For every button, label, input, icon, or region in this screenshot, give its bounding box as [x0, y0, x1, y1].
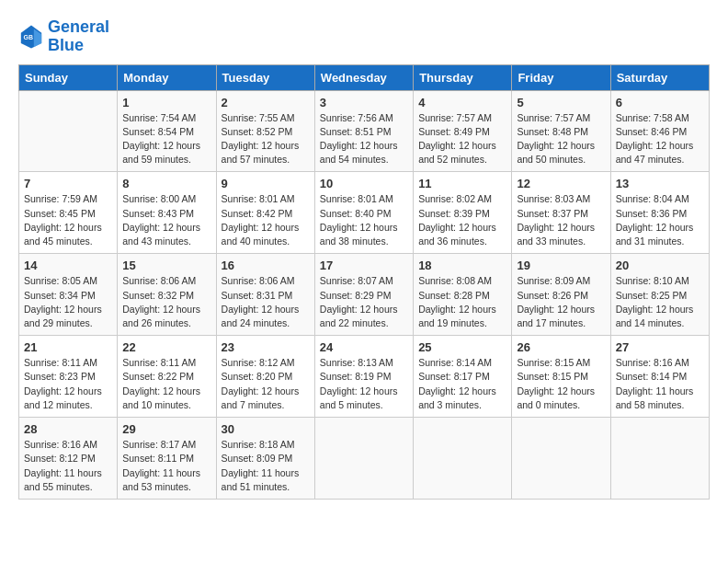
- day-detail: Sunrise: 8:14 AM Sunset: 8:17 PM Dayligh…: [418, 356, 506, 412]
- day-number: 23: [222, 340, 310, 354]
- day-detail: Sunrise: 8:09 AM Sunset: 8:26 PM Dayligh…: [517, 274, 605, 330]
- calendar-cell: 8Sunrise: 8:00 AM Sunset: 8:43 PM Daylig…: [118, 172, 216, 254]
- day-detail: Sunrise: 7:55 AM Sunset: 8:52 PM Dayligh…: [222, 111, 310, 167]
- calendar-cell: [19, 90, 118, 172]
- day-number: 26: [517, 340, 605, 354]
- day-detail: Sunrise: 8:11 AM Sunset: 8:23 PM Dayligh…: [24, 356, 112, 412]
- logo: GB General Blue: [18, 18, 109, 55]
- day-number: 22: [122, 340, 210, 354]
- calendar-cell: 20Sunrise: 8:10 AM Sunset: 8:25 PM Dayli…: [610, 254, 709, 336]
- day-detail: Sunrise: 8:01 AM Sunset: 8:42 PM Dayligh…: [222, 192, 310, 248]
- svg-marker-1: [34, 29, 41, 47]
- day-number: 8: [122, 177, 210, 190]
- day-number: 16: [222, 259, 310, 272]
- calendar-cell: 1Sunrise: 7:54 AM Sunset: 8:54 PM Daylig…: [118, 90, 216, 172]
- calendar-week-row: 14Sunrise: 8:05 AM Sunset: 8:34 PM Dayli…: [19, 254, 710, 336]
- weekday-header: Tuesday: [216, 64, 314, 90]
- day-number: 19: [517, 259, 605, 272]
- calendar-cell: 12Sunrise: 8:03 AM Sunset: 8:37 PM Dayli…: [512, 172, 610, 254]
- day-number: 1: [122, 96, 210, 109]
- day-detail: Sunrise: 7:56 AM Sunset: 8:51 PM Dayligh…: [320, 111, 408, 167]
- day-number: 24: [320, 340, 408, 354]
- day-detail: Sunrise: 8:18 AM Sunset: 8:09 PM Dayligh…: [222, 438, 310, 494]
- day-number: 29: [122, 422, 210, 436]
- day-detail: Sunrise: 8:05 AM Sunset: 8:34 PM Dayligh…: [24, 274, 112, 330]
- day-number: 5: [517, 96, 605, 109]
- day-detail: Sunrise: 7:59 AM Sunset: 8:45 PM Dayligh…: [24, 192, 112, 248]
- day-number: 20: [616, 259, 704, 272]
- page-header: GB General Blue: [18, 18, 710, 55]
- day-number: 25: [418, 340, 506, 354]
- calendar-cell: [314, 418, 413, 500]
- svg-text:GB: GB: [24, 34, 33, 40]
- day-detail: Sunrise: 8:01 AM Sunset: 8:40 PM Dayligh…: [320, 192, 408, 248]
- calendar-table: SundayMondayTuesdayWednesdayThursdayFrid…: [18, 64, 710, 500]
- calendar-cell: 19Sunrise: 8:09 AM Sunset: 8:26 PM Dayli…: [512, 254, 610, 336]
- calendar-cell: 28Sunrise: 8:16 AM Sunset: 8:12 PM Dayli…: [19, 418, 118, 500]
- day-detail: Sunrise: 8:06 AM Sunset: 8:32 PM Dayligh…: [122, 274, 210, 330]
- day-number: 27: [616, 340, 704, 354]
- day-detail: Sunrise: 8:00 AM Sunset: 8:43 PM Dayligh…: [122, 192, 210, 248]
- day-number: 13: [616, 177, 704, 190]
- day-detail: Sunrise: 8:02 AM Sunset: 8:39 PM Dayligh…: [418, 192, 506, 248]
- calendar-cell: 17Sunrise: 8:07 AM Sunset: 8:29 PM Dayli…: [314, 254, 413, 336]
- day-number: 4: [418, 96, 506, 109]
- weekday-header: Monday: [118, 64, 216, 90]
- day-detail: Sunrise: 8:06 AM Sunset: 8:31 PM Dayligh…: [222, 274, 310, 330]
- day-detail: Sunrise: 8:17 AM Sunset: 8:11 PM Dayligh…: [122, 438, 210, 494]
- calendar-cell: 5Sunrise: 7:57 AM Sunset: 8:48 PM Daylig…: [512, 90, 610, 172]
- day-number: 7: [24, 177, 112, 190]
- logo-icon: GB: [18, 24, 44, 50]
- day-number: 30: [222, 422, 310, 436]
- day-detail: Sunrise: 7:54 AM Sunset: 8:54 PM Dayligh…: [122, 111, 210, 167]
- day-number: 17: [320, 259, 408, 272]
- calendar-week-row: 28Sunrise: 8:16 AM Sunset: 8:12 PM Dayli…: [19, 418, 710, 500]
- calendar-cell: 10Sunrise: 8:01 AM Sunset: 8:40 PM Dayli…: [314, 172, 413, 254]
- day-number: 21: [24, 340, 112, 354]
- day-detail: Sunrise: 8:03 AM Sunset: 8:37 PM Dayligh…: [517, 192, 605, 248]
- calendar-cell: [512, 418, 610, 500]
- day-detail: Sunrise: 8:04 AM Sunset: 8:36 PM Dayligh…: [616, 192, 704, 248]
- logo-text-blue: Blue: [48, 37, 109, 55]
- day-number: 15: [122, 259, 210, 272]
- calendar-cell: 26Sunrise: 8:15 AM Sunset: 8:15 PM Dayli…: [512, 336, 610, 418]
- calendar-cell: 24Sunrise: 8:13 AM Sunset: 8:19 PM Dayli…: [314, 336, 413, 418]
- calendar-cell: 13Sunrise: 8:04 AM Sunset: 8:36 PM Dayli…: [610, 172, 709, 254]
- calendar-cell: 23Sunrise: 8:12 AM Sunset: 8:20 PM Dayli…: [216, 336, 314, 418]
- day-number: 14: [24, 259, 112, 272]
- day-number: 12: [517, 177, 605, 190]
- day-detail: Sunrise: 8:12 AM Sunset: 8:20 PM Dayligh…: [222, 356, 310, 412]
- calendar-cell: 6Sunrise: 7:58 AM Sunset: 8:46 PM Daylig…: [610, 90, 709, 172]
- calendar-cell: 30Sunrise: 8:18 AM Sunset: 8:09 PM Dayli…: [216, 418, 314, 500]
- calendar-cell: 16Sunrise: 8:06 AM Sunset: 8:31 PM Dayli…: [216, 254, 314, 336]
- day-detail: Sunrise: 7:58 AM Sunset: 8:46 PM Dayligh…: [616, 111, 704, 167]
- calendar-cell: 9Sunrise: 8:01 AM Sunset: 8:42 PM Daylig…: [216, 172, 314, 254]
- calendar-cell: [414, 418, 512, 500]
- day-detail: Sunrise: 8:16 AM Sunset: 8:14 PM Dayligh…: [616, 356, 704, 412]
- day-detail: Sunrise: 8:15 AM Sunset: 8:15 PM Dayligh…: [517, 356, 605, 412]
- calendar-header: SundayMondayTuesdayWednesdayThursdayFrid…: [19, 64, 710, 90]
- day-number: 2: [222, 96, 310, 109]
- calendar-cell: [610, 418, 709, 500]
- day-detail: Sunrise: 8:16 AM Sunset: 8:12 PM Dayligh…: [24, 438, 112, 494]
- calendar-week-row: 1Sunrise: 7:54 AM Sunset: 8:54 PM Daylig…: [19, 90, 710, 172]
- day-number: 28: [24, 422, 112, 436]
- weekday-header: Thursday: [414, 64, 512, 90]
- weekday-header: Saturday: [610, 64, 709, 90]
- logo-text-general: General: [48, 18, 109, 37]
- calendar-cell: 15Sunrise: 8:06 AM Sunset: 8:32 PM Dayli…: [118, 254, 216, 336]
- day-number: 11: [418, 177, 506, 190]
- day-detail: Sunrise: 8:07 AM Sunset: 8:29 PM Dayligh…: [320, 274, 408, 330]
- day-detail: Sunrise: 8:11 AM Sunset: 8:22 PM Dayligh…: [122, 356, 210, 412]
- day-detail: Sunrise: 8:10 AM Sunset: 8:25 PM Dayligh…: [616, 274, 704, 330]
- calendar-cell: 4Sunrise: 7:57 AM Sunset: 8:49 PM Daylig…: [414, 90, 512, 172]
- weekday-header: Sunday: [19, 64, 118, 90]
- day-number: 9: [222, 177, 310, 190]
- calendar-cell: 21Sunrise: 8:11 AM Sunset: 8:23 PM Dayli…: [19, 336, 118, 418]
- calendar-cell: 11Sunrise: 8:02 AM Sunset: 8:39 PM Dayli…: [414, 172, 512, 254]
- day-number: 10: [320, 177, 408, 190]
- day-detail: Sunrise: 8:13 AM Sunset: 8:19 PM Dayligh…: [320, 356, 408, 412]
- weekday-header: Friday: [512, 64, 610, 90]
- calendar-cell: 7Sunrise: 7:59 AM Sunset: 8:45 PM Daylig…: [19, 172, 118, 254]
- calendar-cell: 3Sunrise: 7:56 AM Sunset: 8:51 PM Daylig…: [314, 90, 413, 172]
